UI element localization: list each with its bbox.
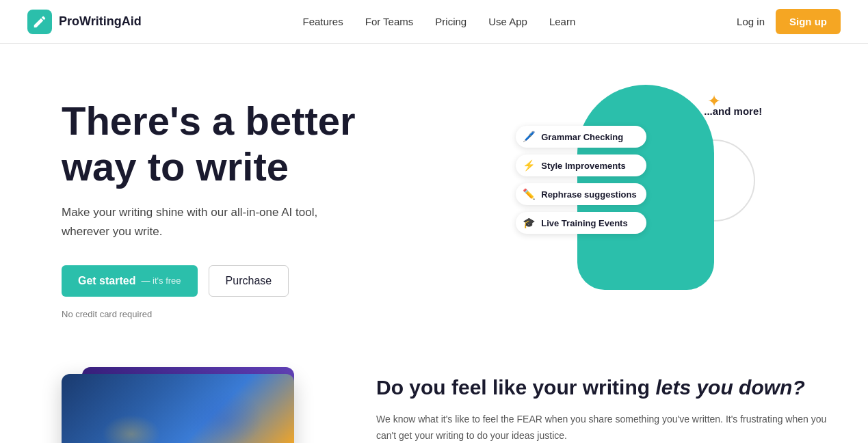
brand-name: ProWritingAid [59, 14, 142, 29]
hero-section: There's a better way to write Make your … [0, 44, 868, 347]
get-started-button[interactable]: Get started — it's free [62, 265, 198, 297]
purchase-button[interactable]: Purchase [209, 265, 289, 297]
rephrase-icon: ✏️ [523, 188, 536, 200]
training-label: Live Training Events [541, 218, 627, 228]
nav-features[interactable]: Features [303, 16, 343, 27]
training-icon: 🎓 [523, 217, 536, 229]
hero-subtitle: Make your writing shine with our all-in-… [62, 203, 335, 240]
signup-button[interactable]: Sign up [776, 9, 841, 34]
no-credit-card-text: No credit card required [62, 309, 451, 319]
grammar-icon: 🖊️ [523, 131, 536, 143]
nav-for-teams[interactable]: For Teams [365, 16, 414, 27]
hero-illustration: ...and more! ✦ 🖊️ Grammar Checking ⚡ Sty… [516, 85, 776, 304]
sparkle-icon: ✦ [707, 92, 721, 111]
nav-use-app[interactable]: Use App [488, 16, 527, 27]
hero-right: ...and more! ✦ 🖊️ Grammar Checking ⚡ Sty… [451, 85, 841, 317]
section2: My idea in my head Do you feel like your… [0, 347, 868, 443]
navbar: ProWritingAid Features For Teams Pricing… [0, 0, 868, 44]
hero-left: There's a better way to write Make your … [62, 85, 451, 319]
badge-style: ⚡ Style Improvements [516, 155, 646, 176]
grammar-label: Grammar Checking [541, 132, 623, 142]
section2-text: We know what it's like to feel the FEAR … [376, 412, 841, 443]
hero-title: There's a better way to write [62, 98, 451, 189]
nav-links: Features For Teams Pricing Use App Learn [303, 16, 576, 28]
brand-logo[interactable]: ProWritingAid [27, 10, 142, 34]
rephrase-label: Rephrase suggestions [541, 189, 636, 200]
section2-left: My idea in my head [62, 360, 321, 443]
style-icon: ⚡ [523, 159, 536, 172]
free-label: — it's free [141, 276, 181, 286]
badge-training: 🎓 Live Training Events [516, 212, 646, 234]
section2-title: Do you feel like your writing lets you d… [376, 374, 841, 401]
style-label: Style Improvements [541, 161, 626, 171]
starry-night-card: My idea in my head [62, 374, 294, 443]
hero-buttons: Get started — it's free Purchase [62, 265, 451, 297]
get-started-label: Get started [78, 275, 135, 287]
nav-learn[interactable]: Learn [549, 16, 575, 27]
login-button[interactable]: Log in [737, 16, 765, 27]
nav-pricing[interactable]: Pricing [435, 16, 466, 27]
badge-grammar: 🖊️ Grammar Checking [516, 126, 646, 148]
feature-badges: 🖊️ Grammar Checking ⚡ Style Improvements… [516, 126, 646, 234]
card-stack: My idea in my head [62, 374, 321, 443]
logo-svg [32, 14, 47, 29]
badge-rephrase: ✏️ Rephrase suggestions [516, 183, 646, 205]
logo-icon [27, 10, 52, 34]
nav-right: Log in Sign up [737, 9, 841, 34]
section2-right: Do you feel like your writing lets you d… [376, 360, 841, 443]
